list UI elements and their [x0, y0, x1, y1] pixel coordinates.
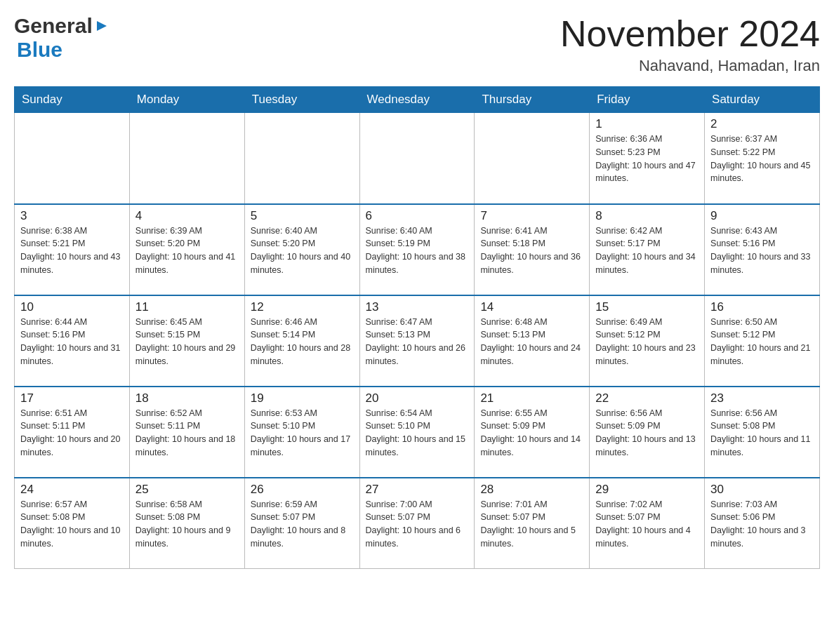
calendar-cell — [129, 113, 244, 204]
calendar-cell: 10Sunrise: 6:44 AM Sunset: 5:16 PM Dayli… — [15, 295, 130, 387]
day-info: Sunrise: 6:53 AM Sunset: 5:10 PM Dayligh… — [251, 407, 354, 459]
location-title: Nahavand, Hamadan, Iran — [560, 57, 820, 75]
day-info: Sunrise: 6:47 AM Sunset: 5:13 PM Dayligh… — [366, 316, 469, 368]
calendar-cell — [475, 113, 590, 204]
calendar-cell: 29Sunrise: 7:02 AM Sunset: 5:07 PM Dayli… — [590, 478, 705, 569]
calendar-cell: 18Sunrise: 6:52 AM Sunset: 5:11 PM Dayli… — [129, 387, 244, 478]
day-info: Sunrise: 6:40 AM Sunset: 5:20 PM Dayligh… — [251, 224, 354, 277]
calendar-week-row: 3Sunrise: 6:38 AM Sunset: 5:21 PM Daylig… — [15, 204, 820, 295]
day-info: Sunrise: 6:46 AM Sunset: 5:14 PM Dayligh… — [251, 316, 354, 368]
calendar-cell: 15Sunrise: 6:49 AM Sunset: 5:12 PM Dayli… — [590, 295, 705, 387]
calendar-cell: 6Sunrise: 6:40 AM Sunset: 5:19 PM Daylig… — [359, 204, 475, 295]
calendar-cell: 26Sunrise: 6:59 AM Sunset: 5:07 PM Dayli… — [244, 478, 359, 569]
day-number: 11 — [135, 300, 239, 314]
calendar-cell: 8Sunrise: 6:42 AM Sunset: 5:17 PM Daylig… — [590, 204, 705, 295]
calendar-cell: 24Sunrise: 6:57 AM Sunset: 5:08 PM Dayli… — [15, 478, 130, 569]
calendar-cell: 20Sunrise: 6:54 AM Sunset: 5:10 PM Dayli… — [359, 387, 475, 478]
page-header: General Blue November 2024 Nahavand, Ham… — [14, 14, 820, 75]
day-info: Sunrise: 6:58 AM Sunset: 5:08 PM Dayligh… — [135, 498, 239, 551]
calendar-cell: 13Sunrise: 6:47 AM Sunset: 5:13 PM Dayli… — [359, 295, 475, 387]
day-number: 13 — [366, 300, 469, 314]
day-info: Sunrise: 7:03 AM Sunset: 5:06 PM Dayligh… — [710, 498, 814, 551]
day-number: 27 — [366, 483, 469, 497]
calendar-cell: 27Sunrise: 7:00 AM Sunset: 5:07 PM Dayli… — [359, 478, 475, 569]
day-number: 14 — [480, 300, 583, 314]
calendar-cell — [359, 113, 475, 204]
calendar-cell: 11Sunrise: 6:45 AM Sunset: 5:15 PM Dayli… — [129, 295, 244, 387]
logo-triangle-icon — [94, 18, 110, 34]
logo-blue: Blue — [17, 38, 62, 61]
day-number: 16 — [710, 300, 814, 314]
svg-marker-0 — [97, 21, 107, 31]
calendar-cell: 22Sunrise: 6:56 AM Sunset: 5:09 PM Dayli… — [590, 387, 705, 478]
day-number: 2 — [710, 117, 814, 131]
day-info: Sunrise: 6:56 AM Sunset: 5:09 PM Dayligh… — [595, 407, 699, 459]
day-number: 5 — [251, 209, 354, 223]
day-number: 15 — [595, 300, 699, 314]
calendar-week-row: 10Sunrise: 6:44 AM Sunset: 5:16 PM Dayli… — [15, 295, 820, 387]
calendar-cell: 7Sunrise: 6:41 AM Sunset: 5:18 PM Daylig… — [475, 204, 590, 295]
day-number: 23 — [710, 391, 814, 405]
day-info: Sunrise: 6:42 AM Sunset: 5:17 PM Dayligh… — [595, 224, 699, 277]
calendar-week-row: 24Sunrise: 6:57 AM Sunset: 5:08 PM Dayli… — [15, 478, 820, 569]
day-info: Sunrise: 6:41 AM Sunset: 5:18 PM Dayligh… — [480, 224, 583, 277]
calendar-cell: 21Sunrise: 6:55 AM Sunset: 5:09 PM Dayli… — [475, 387, 590, 478]
day-info: Sunrise: 6:44 AM Sunset: 5:16 PM Dayligh… — [20, 316, 124, 368]
day-number: 30 — [710, 483, 814, 497]
day-number: 8 — [595, 209, 699, 223]
calendar-cell — [15, 113, 130, 204]
day-number: 24 — [20, 483, 124, 497]
day-number: 18 — [135, 391, 239, 405]
calendar-cell: 4Sunrise: 6:39 AM Sunset: 5:20 PM Daylig… — [129, 204, 244, 295]
title-section: November 2024 Nahavand, Hamadan, Iran — [560, 14, 820, 75]
day-number: 29 — [595, 483, 699, 497]
day-number: 28 — [480, 483, 583, 497]
day-number: 9 — [710, 209, 814, 223]
day-number: 22 — [595, 391, 699, 405]
day-info: Sunrise: 6:52 AM Sunset: 5:11 PM Dayligh… — [135, 407, 239, 459]
calendar-cell: 3Sunrise: 6:38 AM Sunset: 5:21 PM Daylig… — [15, 204, 130, 295]
day-header-wednesday: Wednesday — [359, 87, 475, 113]
day-info: Sunrise: 6:56 AM Sunset: 5:08 PM Dayligh… — [710, 407, 814, 459]
calendar-cell: 1Sunrise: 6:36 AM Sunset: 5:23 PM Daylig… — [590, 113, 705, 204]
day-number: 7 — [480, 209, 583, 223]
day-number: 10 — [20, 300, 124, 314]
day-number: 17 — [20, 391, 124, 405]
day-number: 3 — [20, 209, 124, 223]
day-header-thursday: Thursday — [475, 87, 590, 113]
calendar-table: SundayMondayTuesdayWednesdayThursdayFrid… — [14, 86, 820, 569]
calendar-cell: 9Sunrise: 6:43 AM Sunset: 5:16 PM Daylig… — [705, 204, 820, 295]
day-info: Sunrise: 6:37 AM Sunset: 5:22 PM Dayligh… — [710, 133, 814, 185]
day-info: Sunrise: 7:01 AM Sunset: 5:07 PM Dayligh… — [480, 498, 583, 551]
calendar-cell: 23Sunrise: 6:56 AM Sunset: 5:08 PM Dayli… — [705, 387, 820, 478]
logo: General Blue — [14, 14, 110, 62]
calendar-cell — [244, 113, 359, 204]
day-info: Sunrise: 7:02 AM Sunset: 5:07 PM Dayligh… — [595, 498, 699, 551]
day-number: 12 — [251, 300, 354, 314]
calendar-week-row: 1Sunrise: 6:36 AM Sunset: 5:23 PM Daylig… — [15, 113, 820, 204]
day-info: Sunrise: 7:00 AM Sunset: 5:07 PM Dayligh… — [366, 498, 469, 551]
day-number: 19 — [251, 391, 354, 405]
calendar-cell: 28Sunrise: 7:01 AM Sunset: 5:07 PM Dayli… — [475, 478, 590, 569]
day-number: 20 — [366, 391, 469, 405]
day-info: Sunrise: 6:38 AM Sunset: 5:21 PM Dayligh… — [20, 224, 124, 277]
calendar-cell: 19Sunrise: 6:53 AM Sunset: 5:10 PM Dayli… — [244, 387, 359, 478]
calendar-cell: 25Sunrise: 6:58 AM Sunset: 5:08 PM Dayli… — [129, 478, 244, 569]
day-number: 6 — [366, 209, 469, 223]
day-info: Sunrise: 6:45 AM Sunset: 5:15 PM Dayligh… — [135, 316, 239, 368]
day-header-friday: Friday — [590, 87, 705, 113]
day-number: 26 — [251, 483, 354, 497]
day-info: Sunrise: 6:39 AM Sunset: 5:20 PM Dayligh… — [135, 224, 239, 277]
calendar-cell: 30Sunrise: 7:03 AM Sunset: 5:06 PM Dayli… — [705, 478, 820, 569]
day-header-tuesday: Tuesday — [244, 87, 359, 113]
day-info: Sunrise: 6:54 AM Sunset: 5:10 PM Dayligh… — [366, 407, 469, 459]
day-header-sunday: Sunday — [15, 87, 130, 113]
day-info: Sunrise: 6:48 AM Sunset: 5:13 PM Dayligh… — [480, 316, 583, 368]
day-info: Sunrise: 6:59 AM Sunset: 5:07 PM Dayligh… — [251, 498, 354, 551]
day-info: Sunrise: 6:50 AM Sunset: 5:12 PM Dayligh… — [710, 316, 814, 368]
day-number: 21 — [480, 391, 583, 405]
calendar-cell: 17Sunrise: 6:51 AM Sunset: 5:11 PM Dayli… — [15, 387, 130, 478]
calendar-cell: 2Sunrise: 6:37 AM Sunset: 5:22 PM Daylig… — [705, 113, 820, 204]
day-info: Sunrise: 6:36 AM Sunset: 5:23 PM Dayligh… — [595, 133, 699, 185]
day-info: Sunrise: 6:51 AM Sunset: 5:11 PM Dayligh… — [20, 407, 124, 459]
